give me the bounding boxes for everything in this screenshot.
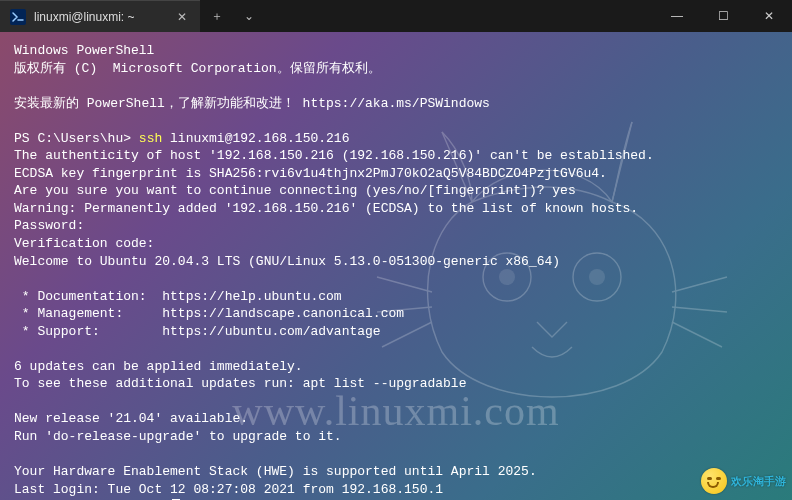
titlebar-drag-region[interactable] <box>264 0 654 32</box>
terminal-line: * Documentation: https://help.ubuntu.com <box>14 288 778 306</box>
terminal-line: The authenticity of host '192.168.150.21… <box>14 147 778 165</box>
minimize-button[interactable]: — <box>654 0 700 32</box>
terminal-line: Are you sure you want to continue connec… <box>14 182 778 200</box>
terminal-line: Your Hardware Enablement Stack (HWE) is … <box>14 463 778 481</box>
terminal-line: Last login: Tue Oct 12 08:27:08 2021 fro… <box>14 481 778 499</box>
terminal-line <box>14 77 778 95</box>
terminal-line <box>14 393 778 411</box>
terminal-line: Warning: Permanently added '192.168.150.… <box>14 200 778 218</box>
terminal-line <box>14 446 778 464</box>
terminal-line <box>14 112 778 130</box>
source-site-badge: 欢乐淘手游 <box>701 468 786 494</box>
terminal-line: 6 updates can be applied immediately. <box>14 358 778 376</box>
terminal-line: 版权所有 (C) Microsoft Corporation。保留所有权利。 <box>14 60 778 78</box>
terminal-line <box>14 270 778 288</box>
terminal-line: Password: <box>14 217 778 235</box>
terminal-line <box>14 340 778 358</box>
tab-title: linuxmi@linuxmi: ~ <box>34 10 166 24</box>
terminal-line: ECDSA key fingerprint is SHA256:rvi6v1u4… <box>14 165 778 183</box>
terminal-line: Verification code: <box>14 235 778 253</box>
terminal-line: Run 'do-release-upgrade' to upgrade to i… <box>14 428 778 446</box>
terminal-line: * Support: https://ubuntu.com/advantage <box>14 323 778 341</box>
source-site-label: 欢乐淘手游 <box>731 474 786 489</box>
profile-dropdown-button[interactable]: ⌄ <box>234 0 264 32</box>
new-tab-button[interactable]: ＋ <box>200 0 234 32</box>
terminal-line: * Management: https://landscape.canonica… <box>14 305 778 323</box>
title-bar: linuxmi@linuxmi: ~ ✕ ＋ ⌄ — ☐ ✕ <box>0 0 792 32</box>
smiley-icon <box>701 468 727 494</box>
terminal-line: 安装最新的 PowerShell，了解新功能和改进！ https://aka.m… <box>14 95 778 113</box>
tab-close-button[interactable]: ✕ <box>174 9 190 25</box>
maximize-button[interactable]: ☐ <box>700 0 746 32</box>
powershell-icon <box>10 9 26 25</box>
terminal-line: Welcome to Ubuntu 20.04.3 LTS (GNU/Linux… <box>14 253 778 271</box>
terminal-line: PS C:\Users\hu> ssh linuxmi@192.168.150.… <box>14 130 778 148</box>
terminal-line: To see these additional updates run: apt… <box>14 375 778 393</box>
terminal-output: Windows PowerShell版权所有 (C) Microsoft Cor… <box>14 42 778 498</box>
terminal-pane[interactable]: www.linuxmi.com Windows PowerShell版权所有 (… <box>0 32 792 500</box>
terminal-line: New release '21.04' available. <box>14 410 778 428</box>
terminal-line: Windows PowerShell <box>14 42 778 60</box>
close-window-button[interactable]: ✕ <box>746 0 792 32</box>
terminal-tab[interactable]: linuxmi@linuxmi: ~ ✕ <box>0 0 200 32</box>
